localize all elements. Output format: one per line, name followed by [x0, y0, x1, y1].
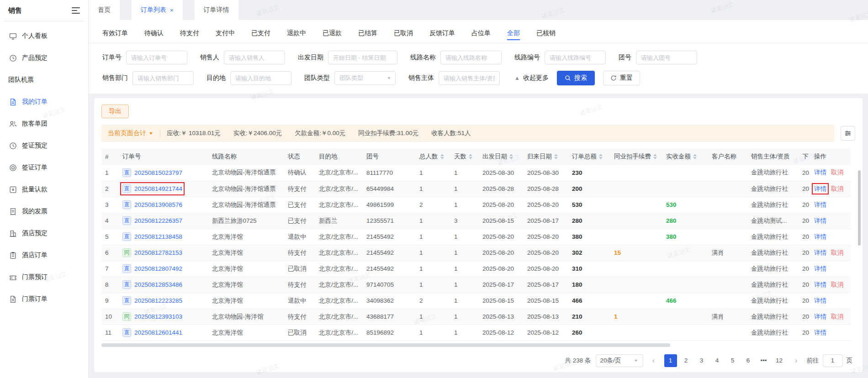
page-ellipsis[interactable]: ••• — [757, 354, 770, 367]
cancel-link[interactable]: 取消 — [831, 313, 843, 320]
reset-button[interactable]: 重置 — [603, 71, 640, 85]
detail-link[interactable]: 详情 — [814, 329, 826, 336]
cancel-link[interactable]: 取消 — [831, 249, 843, 256]
sidebar-item-dashboard[interactable]: 个人看板 — [0, 25, 88, 47]
next-page-button[interactable]: › — [790, 354, 802, 367]
sidebar-item-my-invoices[interactable]: 我的发票 — [0, 200, 88, 222]
sort-icon[interactable] — [554, 154, 558, 159]
page-number-2[interactable]: 2 — [680, 354, 693, 367]
page-number-6[interactable]: 6 — [742, 354, 755, 367]
column-header-fee[interactable]: 同业扣手续费 — [610, 148, 662, 165]
sidebar-item-team-flight[interactable]: 团队机票 — [0, 69, 88, 91]
status-tab-cancelled[interactable]: 已取消 — [394, 29, 413, 43]
column-header-received[interactable]: 实收金额 — [662, 148, 708, 165]
close-icon[interactable]: × — [170, 7, 174, 13]
sidebar-item-my-orders[interactable]: 我的订单 — [0, 91, 88, 113]
page-number-5[interactable]: 5 — [726, 354, 739, 367]
column-header-days[interactable]: 天数 — [450, 148, 479, 165]
detail-link[interactable]: 详情 — [814, 297, 826, 304]
column-header-total[interactable]: 订单总额 — [568, 148, 610, 165]
detail-link[interactable]: 详情 — [814, 281, 826, 288]
order-no-input[interactable] — [126, 51, 187, 64]
team-type-select[interactable]: 团队类型▼ — [334, 71, 396, 85]
order-number-link[interactable]: 20250812807492 — [134, 265, 182, 272]
detail-link[interactable]: 详情 — [814, 233, 826, 240]
column-settings-button[interactable] — [841, 126, 855, 141]
tab-home[interactable]: 首页 — [89, 0, 120, 20]
status-tab-all[interactable]: 全部 — [507, 29, 520, 43]
order-number-link[interactable]: 20250812782153 — [134, 249, 182, 256]
depart-date-input[interactable] — [328, 51, 397, 64]
order-number-link[interactable]: 20250812393103 — [134, 313, 182, 320]
destination-input[interactable] — [230, 71, 291, 85]
detail-link[interactable]: 详情 — [814, 201, 826, 208]
vertical-scrollbar[interactable] — [858, 170, 861, 246]
cancel-link[interactable]: 取消 — [831, 169, 843, 176]
sidebar-item-visa-booking[interactable]: 签证预定 — [0, 135, 88, 157]
summary-title-dropdown[interactable]: 当前页面合计 ▼ — [108, 129, 153, 137]
order-number-link[interactable]: 20250812601441 — [134, 329, 182, 336]
export-button[interactable]: 导出 — [101, 105, 129, 118]
tab-order-detail[interactable]: 订单详情 — [195, 0, 238, 20]
sort-icon[interactable] — [509, 154, 513, 159]
order-number-link[interactable]: 20250812138458 — [134, 233, 182, 240]
order-number-link[interactable]: 20250814921744 — [134, 185, 182, 192]
order-number-link[interactable]: 20250815023797 — [134, 169, 182, 176]
status-tab-paying[interactable]: 支付中 — [216, 29, 235, 43]
sidebar-item-ticket-orders[interactable]: 门票订单 — [0, 288, 88, 310]
status-tab-refunding[interactable]: 退款中 — [287, 29, 306, 43]
status-tab-refunded[interactable]: 已退款 — [323, 29, 342, 43]
sidebar-item-ticket-booking[interactable]: 门票预订 — [0, 266, 88, 288]
sort-icon[interactable] — [653, 154, 657, 159]
status-tab-settled[interactable]: 已结算 — [358, 29, 377, 43]
page-size-select[interactable]: 20条/页 ▼ — [596, 354, 643, 367]
cancel-link[interactable]: 取消 — [831, 185, 843, 192]
goto-page-input[interactable] — [823, 354, 843, 367]
status-tab-pending-payment[interactable]: 待支付 — [180, 29, 199, 43]
detail-link[interactable]: 详情 — [814, 265, 826, 272]
tab-order-list[interactable]: 订单列表× — [132, 0, 183, 20]
annotation-box-detail-link[interactable]: 详情 — [814, 185, 826, 192]
status-tab-placeholder-orders[interactable]: 占位单 — [471, 29, 491, 43]
cancel-link[interactable]: 取消 — [831, 281, 843, 288]
detail-link[interactable]: 详情 — [814, 249, 826, 256]
sales-dept-input[interactable] — [132, 71, 194, 85]
status-tab-valid-orders[interactable]: 有效订单 — [102, 29, 128, 43]
order-number-link[interactable]: 20250812223285 — [134, 297, 182, 304]
page-number-12[interactable]: 12 — [773, 354, 786, 367]
sidebar-item-hotel-booking[interactable]: 酒店预定 — [0, 222, 88, 244]
horizontal-scrollbar[interactable] — [101, 343, 670, 347]
order-number-link[interactable]: 20250813908576 — [134, 201, 182, 208]
sidebar-item-batch-payment[interactable]: 批量认款 — [0, 178, 88, 200]
search-button[interactable]: 搜索 — [557, 71, 595, 85]
order-number-link[interactable]: 20250812853486 — [134, 281, 182, 288]
page-number-1[interactable]: 1 — [664, 354, 677, 367]
detail-link[interactable]: 详情 — [814, 313, 826, 320]
route-name-input[interactable] — [440, 51, 502, 64]
route-no-input[interactable] — [545, 51, 606, 64]
page-number-3[interactable]: 3 — [695, 354, 708, 367]
sidebar-item-product-booking[interactable]: 产品预定 — [0, 47, 88, 69]
group-no-input[interactable] — [636, 51, 697, 64]
sort-icon[interactable] — [693, 154, 697, 159]
column-header-people[interactable]: 总人数 — [416, 148, 450, 165]
column-header-depart[interactable]: 出发日期 — [479, 148, 524, 165]
status-tab-pending-confirm[interactable]: 待确认 — [144, 29, 164, 43]
sidebar-item-hotel-orders[interactable]: 酒店订单 — [0, 244, 88, 266]
status-tab-feedback-orders[interactable]: 反馈订单 — [429, 29, 455, 43]
status-tab-verified[interactable]: 已核销 — [536, 29, 556, 43]
sort-icon[interactable] — [469, 154, 472, 159]
order-number-link[interactable]: 20250812226357 — [134, 217, 182, 224]
sort-icon[interactable] — [599, 154, 603, 159]
prev-page-button[interactable]: ‹ — [648, 354, 660, 367]
column-header-ret[interactable]: 归来日期 — [524, 148, 568, 165]
status-tab-paid[interactable]: 已支付 — [251, 29, 270, 43]
sidebar-collapse-icon[interactable] — [72, 7, 80, 14]
sort-icon[interactable] — [440, 154, 444, 159]
sales-entity-input[interactable] — [439, 71, 500, 85]
salesman-input[interactable] — [224, 51, 285, 64]
detail-link[interactable]: 详情 — [814, 169, 826, 176]
detail-link[interactable]: 详情 — [814, 217, 826, 224]
sidebar-item-visa-orders[interactable]: 签证订单 — [0, 157, 88, 178]
collapse-more-link[interactable]: ▲ 收起更多 — [514, 74, 549, 82]
